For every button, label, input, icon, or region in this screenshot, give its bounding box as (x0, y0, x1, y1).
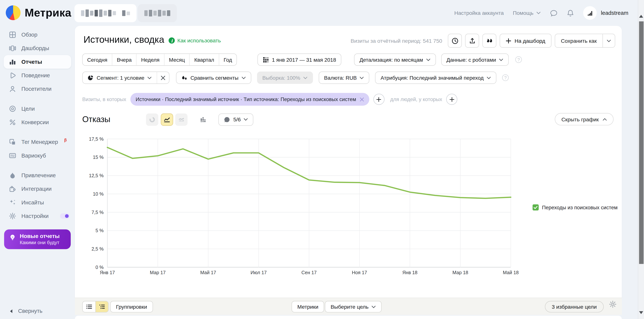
attribution-label: Атрибуция: Последний значимый переход (380, 75, 484, 81)
help-menu[interactable]: Помощь (513, 10, 541, 16)
data-mode-dropdown[interactable]: Данные: с роботами (441, 54, 509, 66)
save-as-menu-button[interactable] (602, 34, 615, 47)
attribution-dropdown[interactable]: Атрибуция: Последний значимый переход (375, 72, 496, 84)
bell-icon[interactable] (567, 9, 574, 16)
annotations-dropdown[interactable]: 5/6 (218, 113, 254, 126)
compare-segments-label: Сравнить сегменты (190, 75, 238, 81)
sidebar-item-integrations[interactable]: Интеграции (0, 182, 75, 196)
collapse-sidebar-button[interactable]: Свернуть (9, 308, 42, 314)
detalization-dropdown[interactable]: Детализация: по месяцам (354, 54, 436, 66)
avatar[interactable] (583, 6, 597, 20)
help-question-icon[interactable]: ? (502, 74, 509, 81)
scroll-up-arrow[interactable] (639, 15, 643, 18)
puzzle-icon (9, 186, 16, 192)
collapse-icon (9, 308, 13, 313)
blurred-text-block (149, 10, 152, 16)
lightbulb-icon (9, 234, 16, 241)
sidebar-item-conversions[interactable]: Конверсии (0, 116, 75, 129)
save-as-button[interactable]: Сохранить как (555, 34, 602, 47)
hide-chart-button[interactable]: Скрыть график (555, 113, 614, 126)
export-button[interactable] (465, 34, 479, 48)
collapse-label: Свернуть (18, 308, 42, 314)
chart-type-columns-button[interactable] (197, 113, 210, 126)
add-people-condition-button[interactable] (446, 94, 457, 105)
currency-dropdown[interactable]: Валюта: RUB (319, 72, 370, 84)
help-question-icon[interactable]: ? (515, 56, 522, 63)
date-range-button[interactable]: 1 янв 2017 — 31 мая 2018 (258, 54, 342, 66)
chat-icon[interactable] (550, 9, 558, 16)
segment-condition-chip[interactable]: Источники · Последний значимый источник … (130, 93, 369, 106)
scrollbar-thumb[interactable] (639, 22, 644, 264)
metrics-button[interactable]: Метрики (292, 301, 324, 312)
sidebar-item-behavior[interactable]: Поведение (0, 69, 75, 82)
sidebar-item-overview[interactable]: Обзор (0, 28, 75, 42)
svg-text:15 %: 15 % (93, 154, 104, 160)
account-settings-label: Настройка аккаунта (454, 10, 504, 16)
groupings-button[interactable]: Группировки (110, 301, 153, 312)
account-settings-link[interactable]: Настройка аккаунта (454, 10, 504, 16)
counter-tabs (74, 4, 177, 22)
chart-legend-item[interactable]: Переходы из поисковых систем (532, 204, 618, 210)
sidebar-item-settings[interactable]: Настройки (0, 209, 75, 223)
flat-list-view-button[interactable] (83, 301, 96, 312)
username[interactable]: leadstream (601, 10, 628, 16)
compare-segments-dropdown[interactable]: Сравнить сегменты (176, 72, 251, 84)
export-icon (469, 37, 476, 44)
chart-type-line-button[interactable] (161, 113, 173, 126)
period-quarter[interactable]: Квартал (190, 54, 219, 65)
brand-name: Метрика (25, 6, 72, 19)
add-visit-condition-button[interactable] (373, 94, 384, 105)
period-today[interactable]: Сегодня (83, 54, 112, 65)
visits-in-which-label: Визиты, в которых (82, 96, 126, 102)
add-to-dashboard-button[interactable]: На дашборд (500, 34, 551, 48)
page-scrollbar[interactable] (638, 0, 644, 319)
new-reports-promo-card[interactable]: Новые отчеты Какими они будут (4, 229, 71, 249)
favorite-goals-button[interactable]: 3 избранные цели (545, 301, 604, 312)
gear-icon (9, 212, 16, 220)
svg-text:2,5 %: 2,5 % (92, 246, 104, 252)
sidebar-item-tag-manager[interactable]: Тег Менеджер β (0, 135, 75, 149)
variocube-icon (9, 152, 16, 159)
svg-text:Июл 17: Июл 17 (250, 270, 267, 275)
counter-tab-active[interactable] (74, 4, 136, 22)
settings-toggle[interactable] (60, 214, 70, 219)
how-to-use-link[interactable]: i Как использовать (169, 37, 221, 44)
comment-bubble-icon (224, 116, 230, 123)
choose-goal-dropdown[interactable]: Выберите цель (325, 301, 382, 312)
svg-text:Янв 17: Янв 17 (100, 270, 115, 275)
sampling-dropdown[interactable]: Выборка: 100% (257, 72, 313, 84)
sidebar-item-dashboards[interactable]: Дашборды (0, 42, 75, 55)
svg-text:5 %: 5 % (96, 228, 104, 233)
blurred-text-block (108, 10, 112, 16)
sidebar-item-label: Цели (22, 106, 35, 112)
sidebar-item-insights[interactable]: Инсайты (0, 196, 75, 209)
period-yesterday[interactable]: Вчера (112, 54, 137, 65)
segment-dropdown[interactable]: Сегмент: 1 условие (83, 72, 157, 84)
sidebar-item-goals[interactable]: Цели (0, 102, 75, 116)
tree-list-view-button[interactable] (96, 301, 108, 312)
chart-type-pie-button[interactable] (146, 113, 158, 126)
blurred-text-block (144, 10, 148, 16)
api-quotes-button[interactable] (482, 34, 496, 48)
sidebar-item-reports[interactable]: Отчеты (4, 55, 71, 69)
sidebar-item-visitors[interactable]: Посетители (0, 82, 75, 96)
sidebar-item-variocube[interactable]: Вариокуб (0, 149, 75, 162)
chart-type-area-button[interactable] (176, 113, 188, 126)
blurred-text-block (126, 11, 130, 15)
schedule-button[interactable] (448, 34, 462, 48)
drops-icon (182, 75, 188, 81)
scroll-down-arrow[interactable] (639, 311, 643, 314)
info-icon: i (169, 37, 175, 44)
goals-settings-gear-icon[interactable] (609, 300, 616, 308)
sidebar-item-acquisition[interactable]: Привлечение (0, 168, 75, 182)
for-people-label: для людей, у которых (390, 96, 442, 102)
sidebar-item-label: Привлечение (22, 172, 56, 178)
period-month[interactable]: Месяц (164, 54, 190, 65)
period-week[interactable]: Неделя (136, 54, 164, 65)
counter-tab-inactive[interactable] (138, 4, 177, 22)
chip-close-icon[interactable] (360, 97, 364, 101)
legend-checkbox-icon[interactable] (532, 204, 539, 210)
bounce-rate-chart[interactable]: 0 %2,5 %5 %7,5 %10 %12,5 %15 %17,5 %Янв … (80, 136, 522, 278)
segment-clear-button[interactable] (157, 72, 169, 84)
period-year[interactable]: Год (219, 54, 236, 65)
